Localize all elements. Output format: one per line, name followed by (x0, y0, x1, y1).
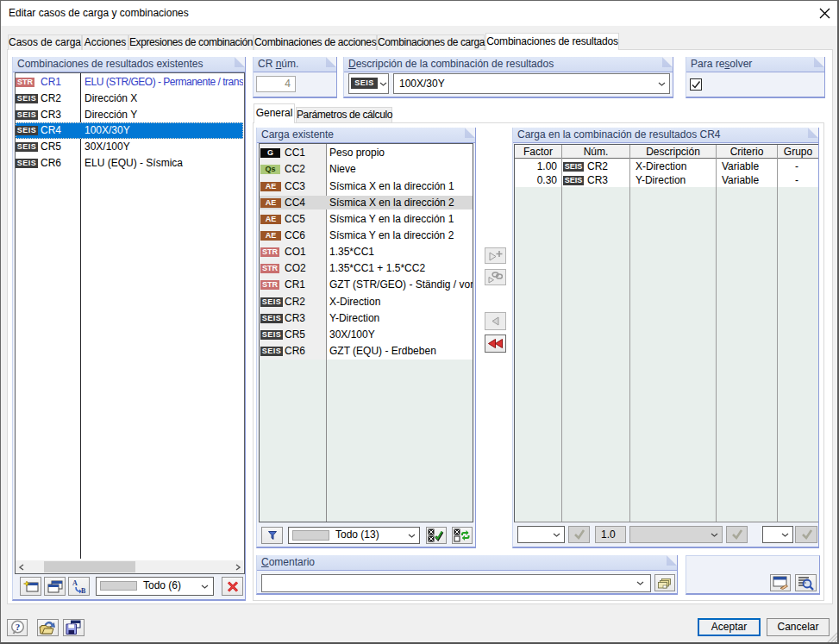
svg-text:A: A (72, 579, 78, 587)
svg-text:B: B (81, 587, 86, 594)
svg-text:?: ? (16, 622, 21, 632)
